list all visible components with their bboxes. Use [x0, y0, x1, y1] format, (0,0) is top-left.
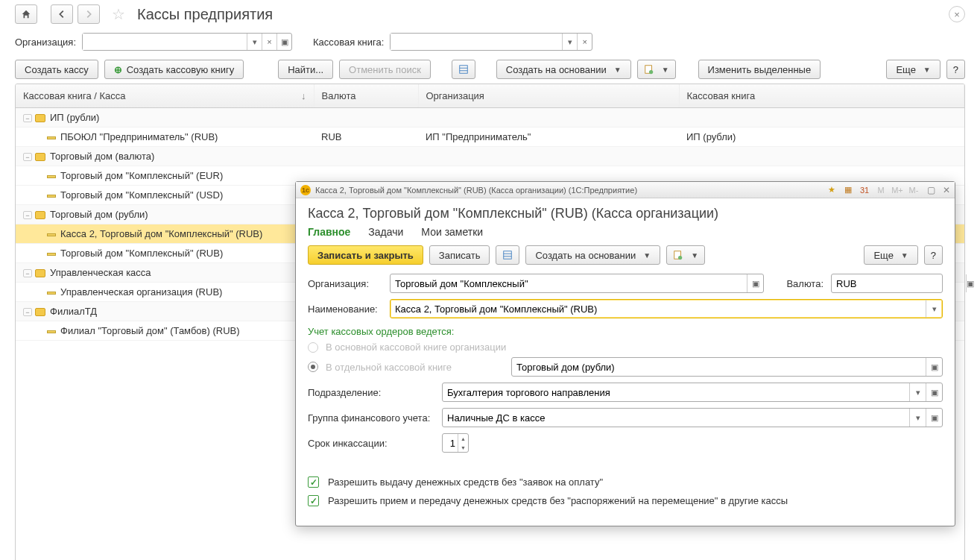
allow-transfer-without-order-checkbox[interactable]: ✓ [308, 495, 319, 506]
titlebar-favorite-icon[interactable]: ★ [826, 185, 838, 195]
spin-down[interactable]: ▼ [458, 443, 468, 452]
back-button[interactable] [51, 4, 73, 24]
spin-up[interactable]: ▲ [458, 434, 468, 443]
collection-spinbox[interactable]: ▲▼ [442, 433, 469, 453]
cash-icon [47, 136, 56, 139]
org-field-label: Организация: [308, 278, 382, 289]
window-close-icon[interactable]: ✕ [943, 185, 950, 195]
currency-field[interactable]: ▣ [831, 274, 943, 293]
home-icon [21, 9, 31, 19]
col-organization[interactable]: Организация [418, 84, 679, 108]
col-book-cash[interactable]: Кассовая книга / Касса↓ [16, 84, 314, 108]
separate-book-open[interactable]: ▣ [926, 358, 942, 376]
name-field-dropdown[interactable]: ▾ [926, 300, 942, 318]
cash-icon [47, 253, 56, 256]
fingroup-field-dropdown[interactable]: ▾ [909, 409, 926, 427]
dept-field-open[interactable]: ▣ [926, 383, 942, 401]
dept-field-label: Подразделение: [308, 387, 434, 398]
write-close-button[interactable]: Записать и закрыть [308, 245, 423, 265]
dialog-list-button[interactable] [496, 245, 519, 265]
cancel-search-button[interactable]: Отменить поиск [339, 60, 431, 79]
col-cash-book[interactable]: Кассовая книга [679, 84, 964, 108]
separate-book-field[interactable]: ▣ [511, 357, 943, 377]
tab-notes[interactable]: Мои заметки [421, 226, 483, 238]
titlebar-calc-icon[interactable]: ▦ [842, 185, 854, 195]
radio-main-book [308, 342, 318, 353]
allow-pay-without-request-checkbox[interactable]: ✓ [308, 476, 319, 488]
fingroup-field-open[interactable]: ▣ [926, 409, 942, 427]
folder-icon [35, 114, 45, 122]
dialog-titlebar: 1c Касса 2, Торговый дом "Комплексный" (… [296, 182, 955, 198]
dialog-help-button[interactable]: ? [924, 245, 943, 265]
tab-main[interactable]: Главное [308, 226, 350, 238]
col-currency[interactable]: Валюта [314, 84, 418, 108]
page-title: Кассы предприятия [137, 6, 273, 23]
book-filter-combo[interactable]: ▾ × [390, 33, 592, 51]
table-row[interactable]: −ИП (рубли) [16, 108, 964, 128]
separate-book-input[interactable] [512, 362, 926, 373]
name-field-input[interactable] [391, 303, 926, 315]
create-cash-button[interactable]: Создать кассу [15, 60, 98, 79]
fingroup-field[interactable]: ▾ ▣ [442, 408, 943, 427]
write-button[interactable]: Записать [429, 245, 490, 265]
expand-icon[interactable]: − [23, 308, 32, 316]
change-selected-button[interactable]: Изменить выделенные [698, 60, 821, 79]
table-row[interactable]: ПБОЮЛ "Предприниматель" (RUB)RUBИП "Пред… [16, 128, 964, 147]
dialog-create-based-button[interactable]: Создать на основании▼ [525, 245, 660, 265]
list-view-button[interactable] [452, 60, 475, 79]
org-filter-open[interactable]: ▣ [276, 34, 291, 50]
main-toolbar: ☆ Кассы предприятия × [0, 0, 980, 28]
create-based-button[interactable]: Создать на основании▼ [496, 60, 631, 79]
table-row[interactable]: −Торговый дом (валюта) [16, 147, 964, 166]
list-icon [502, 250, 513, 260]
name-field[interactable]: ▾ [390, 299, 943, 318]
dept-field-dropdown[interactable]: ▾ [909, 383, 926, 401]
orders-section-label: Учет кассовых ордеров ведется: [308, 326, 943, 337]
currency-field-input[interactable] [832, 278, 966, 289]
dialog-more-button[interactable]: Еще▼ [864, 245, 917, 265]
dialog-reports-button[interactable]: ▼ [666, 245, 705, 265]
expand-icon[interactable]: − [23, 153, 32, 161]
org-field[interactable]: ▣ [390, 274, 764, 293]
more-button[interactable]: Еще▼ [886, 60, 940, 79]
org-filter-clear[interactable]: × [262, 34, 276, 50]
close-page-button[interactable]: × [949, 6, 965, 22]
home-button[interactable] [15, 4, 37, 24]
collection-input[interactable] [443, 438, 458, 449]
svg-rect-5 [504, 251, 512, 259]
list-icon [458, 64, 469, 75]
org-filter-combo[interactable]: ▾ × ▣ [82, 33, 292, 51]
book-filter-input[interactable] [391, 34, 562, 50]
org-field-open[interactable]: ▣ [747, 274, 763, 292]
book-filter-clear[interactable]: × [577, 34, 592, 50]
help-button[interactable]: ? [946, 60, 965, 79]
org-filter-dropdown[interactable]: ▾ [247, 34, 262, 50]
titlebar-calendar-icon[interactable]: 31 [859, 186, 870, 195]
window-minimize-icon[interactable]: ▢ [927, 185, 935, 195]
forward-button[interactable] [78, 4, 100, 24]
titlebar-m-icon[interactable]: M [875, 186, 887, 195]
book-filter-dropdown[interactable]: ▾ [562, 34, 577, 50]
titlebar-mplus-icon[interactable]: M+ [891, 186, 903, 195]
fingroup-field-input[interactable] [443, 412, 909, 424]
find-button[interactable]: Найти... [278, 60, 333, 79]
currency-field-label: Валюта: [786, 278, 823, 289]
org-field-input[interactable] [391, 278, 747, 289]
expand-icon[interactable]: − [23, 211, 32, 219]
reports-button[interactable]: ▼ [637, 60, 676, 79]
currency-field-open[interactable]: ▣ [966, 274, 974, 292]
book-filter-label: Кассовая книга: [313, 37, 384, 48]
org-filter-input[interactable] [83, 34, 247, 50]
create-book-button[interactable]: ⊕Создать кассовую книгу [104, 60, 244, 79]
radio-separate-book[interactable] [308, 362, 318, 372]
expand-icon[interactable]: − [23, 114, 32, 122]
titlebar-mminus-icon[interactable]: M- [908, 186, 920, 195]
expand-icon[interactable]: − [23, 269, 32, 277]
oneC-icon: 1c [300, 185, 311, 195]
dept-field[interactable]: ▾ ▣ [442, 383, 943, 402]
dept-field-input[interactable] [443, 387, 909, 398]
tab-tasks[interactable]: Задачи [368, 226, 403, 238]
favorite-star-icon[interactable]: ☆ [112, 5, 125, 23]
cash-icon [47, 233, 56, 236]
svg-point-9 [678, 256, 682, 259]
